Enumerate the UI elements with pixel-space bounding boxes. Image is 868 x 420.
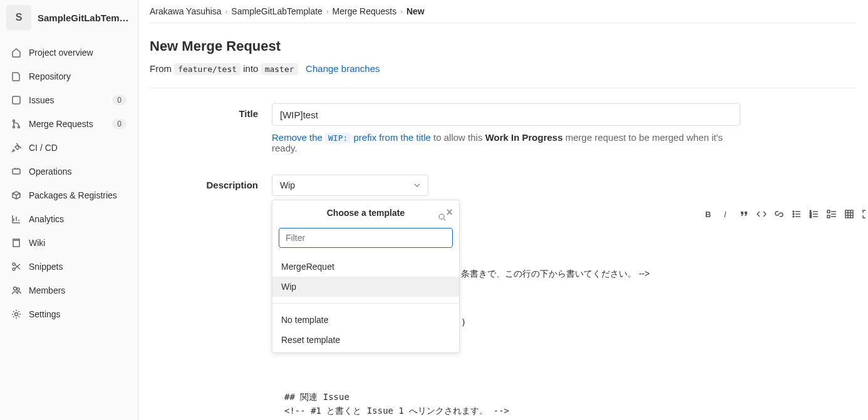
sidebar-item-label: Repository (29, 71, 127, 81)
svg-point-15 (793, 216, 794, 217)
into-branch: master (261, 63, 298, 75)
remove-wip-link[interactable]: Remove the WIP: prefix from the title (272, 132, 431, 143)
template-option[interactable]: Wip (272, 277, 459, 297)
breadcrumb-item[interactable]: SampleGitLabTemplate (231, 6, 323, 16)
sidebar-item-label: Snippets (29, 262, 127, 272)
sidebar-item-analytics[interactable]: Analytics (5, 208, 133, 230)
breadcrumb: Arakawa Yasuhisa › SampleGitLabTemplate … (150, 6, 857, 23)
gear-icon (11, 309, 21, 319)
svg-rect-19 (827, 210, 830, 213)
into-label: into (243, 63, 258, 74)
book-icon (11, 238, 21, 248)
rocket-icon (11, 143, 21, 153)
branch-info: From feature/test into master Change bra… (150, 63, 857, 88)
sidebar-item-label: Settings (29, 309, 127, 319)
sidebar-item-project-overview[interactable]: Project overview (5, 41, 133, 64)
chevron-right-icon: › (225, 8, 228, 15)
svg-point-1 (13, 120, 15, 122)
template-filter-input[interactable] (279, 228, 453, 248)
title-row: Title Remove the WIP: prefix from the ti… (150, 103, 857, 153)
project-avatar[interactable]: S (6, 5, 31, 30)
chevron-down-icon (414, 182, 420, 188)
bullet-list-icon[interactable] (792, 209, 802, 219)
description-editor-content[interactable]: ## 関連 Issue <!-- #1 と書くと Issue 1 へリンクされま… (284, 390, 740, 420)
sidebar-item-packages[interactable]: Packages & Registries (5, 184, 133, 207)
svg-rect-4 (13, 169, 20, 174)
bold-icon[interactable]: B (704, 209, 714, 219)
breadcrumb-item[interactable]: Arakawa Yasuhisa (150, 6, 222, 16)
sidebar: S SampleGitLabTemp... Project overview R… (0, 0, 138, 420)
task-list-icon[interactable] (827, 209, 837, 219)
breadcrumb-item[interactable]: Merge Requests (333, 6, 397, 16)
quote-icon[interactable] (739, 209, 749, 219)
sidebar-item-label: Merge Requests (29, 119, 112, 129)
fullscreen-icon[interactable] (862, 209, 868, 219)
sidebar-item-repository[interactable]: Repository (5, 65, 133, 88)
svg-point-2 (13, 126, 15, 128)
sidebar-item-label: Project overview (29, 48, 127, 58)
svg-text:B: B (705, 210, 711, 219)
svg-point-10 (439, 214, 444, 219)
sidebar-header: S SampleGitLabTemp... (0, 0, 138, 39)
svg-rect-20 (827, 215, 830, 218)
sidebar-item-label: CI / CD (29, 143, 127, 153)
sidebar-item-label: Wiki (29, 238, 127, 248)
svg-point-14 (793, 213, 794, 215)
description-label: Description (150, 175, 272, 420)
package-icon (11, 190, 21, 200)
wip-hint: Remove the WIP: prefix from the title to… (272, 132, 740, 153)
sidebar-item-settings[interactable]: Settings (5, 303, 133, 325)
close-icon[interactable]: × (446, 207, 453, 218)
svg-text:I: I (724, 210, 726, 219)
issues-icon (11, 95, 21, 105)
template-option[interactable]: MergeRequet (272, 257, 459, 277)
ordered-list-icon[interactable]: 123 (809, 209, 819, 219)
merge-icon (11, 119, 21, 129)
no-template-option[interactable]: No template (272, 310, 459, 330)
sidebar-item-operations[interactable]: Operations (5, 160, 133, 183)
reset-template-option[interactable]: Reset template (272, 330, 459, 350)
divider (272, 303, 459, 304)
table-icon[interactable] (844, 209, 854, 219)
editor-text-fragment: 条書きで、この行の下から書いてください。 --> (461, 269, 649, 280)
chevron-right-icon: › (326, 8, 329, 15)
editor-toolbar: B I 123 (704, 209, 868, 219)
users-icon (11, 285, 21, 295)
issues-count-badge: 0 (112, 95, 127, 105)
main-content: Arakawa Yasuhisa › SampleGitLabTemplate … (138, 0, 868, 420)
search-icon (438, 213, 447, 222)
breadcrumb-current: New (406, 6, 425, 16)
template-selected-value: Wip (280, 180, 295, 190)
italic-icon[interactable]: I (721, 209, 731, 219)
sidebar-item-merge-requests[interactable]: Merge Requests 0 (5, 113, 133, 135)
code-icon[interactable] (757, 209, 767, 219)
title-input[interactable] (272, 103, 740, 126)
sidebar-item-label: Members (29, 285, 127, 295)
sidebar-item-members[interactable]: Members (5, 279, 133, 302)
sidebar-nav: Project overview Repository Issues 0 Mer… (0, 39, 138, 329)
svg-point-5 (13, 263, 15, 265)
scissors-icon (11, 262, 21, 272)
sidebar-item-cicd[interactable]: CI / CD (5, 136, 133, 159)
sidebar-item-wiki[interactable]: Wiki (5, 232, 133, 254)
sidebar-item-issues[interactable]: Issues 0 (5, 89, 133, 111)
svg-point-9 (15, 313, 18, 316)
sidebar-item-snippets[interactable]: Snippets (5, 255, 133, 278)
sidebar-item-label: Analytics (29, 214, 127, 224)
file-icon (11, 71, 21, 81)
template-list: MergeRequet Wip (272, 254, 459, 299)
svg-rect-21 (845, 210, 853, 218)
link-icon[interactable] (774, 209, 784, 219)
home-icon (11, 48, 21, 58)
svg-point-7 (14, 287, 17, 290)
change-branches-link[interactable]: Change branches (306, 63, 380, 74)
operations-icon (11, 166, 21, 177)
chevron-right-icon: › (400, 8, 403, 15)
sidebar-item-label: Issues (29, 95, 112, 105)
svg-text:3: 3 (810, 215, 812, 218)
template-dropdown-toggle[interactable]: Wip (272, 175, 428, 196)
svg-rect-0 (13, 96, 20, 104)
project-name[interactable]: SampleGitLabTemp... (38, 13, 132, 23)
from-label: From (150, 63, 172, 74)
template-dropdown-panel: Choose a template × MergeRequet Wip No t… (272, 200, 460, 353)
